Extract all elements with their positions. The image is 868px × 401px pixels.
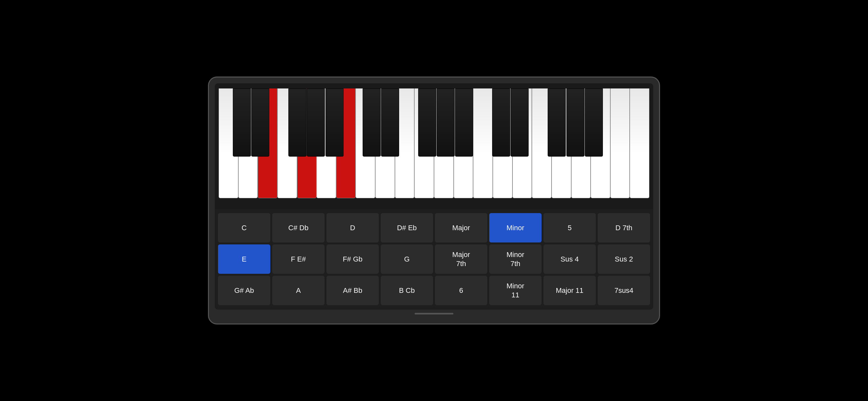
chord-btn-E[interactable]: E — [218, 244, 270, 274]
chord-btn-C[interactable]: C — [218, 213, 270, 243]
chord-btn-Minor_11[interactable]: Minor11 — [489, 276, 541, 305]
black-key-D#3[interactable] — [510, 89, 529, 157]
chord-btn-Minor_7th[interactable]: Minor7th — [489, 244, 541, 274]
black-key-C#2[interactable] — [363, 89, 381, 157]
black-key-A#[interactable] — [326, 89, 344, 157]
white-key-C4[interactable] — [630, 89, 649, 198]
black-key-G#[interactable] — [307, 89, 325, 157]
black-key-G#3[interactable] — [566, 89, 585, 157]
white-key-B3[interactable] — [610, 89, 630, 198]
chord-btn-B_Cb[interactable]: B Cb — [381, 276, 433, 305]
device-frame: CC# DbDD# EbMajorMinor5D 7thEF E#F# GbGM… — [208, 76, 660, 325]
black-key-F#2[interactable] — [418, 89, 436, 157]
black-key-D#[interactable] — [251, 89, 269, 157]
black-key-A#3[interactable] — [585, 89, 603, 157]
chord-btn-Major[interactable]: Major — [435, 213, 487, 243]
chord-btn-A[interactable]: A — [272, 276, 324, 305]
piano-container — [215, 83, 653, 209]
chord-button-panel: CC# DbDD# EbMajorMinor5D 7thEF E#F# GbGM… — [215, 209, 653, 310]
chord-btn-Major_7th[interactable]: Major7th — [435, 244, 487, 274]
chord-btn-Minor[interactable]: Minor — [489, 213, 541, 243]
black-key-D#2[interactable] — [381, 89, 399, 157]
black-key-A#2[interactable] — [455, 89, 473, 157]
chord-btn-D[interactable]: D — [327, 213, 379, 243]
chord-btn-G[interactable]: G — [381, 244, 433, 274]
black-key-G#2[interactable] — [437, 89, 455, 157]
chord-btn-G#_Ab[interactable]: G# Ab — [218, 276, 270, 305]
chord-btn-7sus4[interactable]: 7sus4 — [598, 276, 650, 305]
chord-btn-5[interactable]: 5 — [544, 213, 596, 243]
white-key-B2[interactable] — [473, 89, 493, 198]
chord-btn-D_7th[interactable]: D 7th — [598, 213, 650, 243]
chord-btn-F_E#[interactable]: F E# — [272, 244, 324, 274]
black-key-F#[interactable] — [288, 89, 306, 157]
black-key-C#3[interactable] — [492, 89, 510, 157]
chord-btn-Sus_2[interactable]: Sus 2 — [598, 244, 650, 274]
home-indicator — [414, 313, 454, 314]
chord-btn-A#_Bb[interactable]: A# Bb — [327, 276, 379, 305]
black-key-F#3[interactable] — [548, 89, 566, 157]
chord-btn-Sus_4[interactable]: Sus 4 — [544, 244, 596, 274]
black-key-C#[interactable] — [233, 89, 251, 157]
chord-btn-F#_Gb[interactable]: F# Gb — [327, 244, 379, 274]
chord-btn-Major_11[interactable]: Major 11 — [544, 276, 596, 305]
chord-btn-6[interactable]: 6 — [435, 276, 487, 305]
chord-btn-C#_Db[interactable]: C# Db — [272, 213, 324, 243]
chord-btn-D#_Eb[interactable]: D# Eb — [381, 213, 433, 243]
piano-keyboard[interactable] — [219, 89, 649, 198]
